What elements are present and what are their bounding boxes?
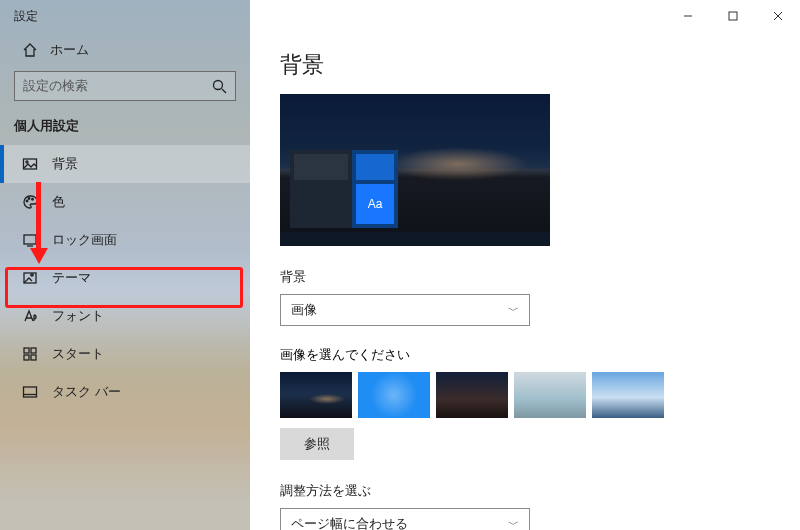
fit-select[interactable]: ページ幅に合わせる ﹀ (280, 508, 530, 530)
sidebar-nav: 背景 色 ロック画面 テーマ フォント (0, 145, 250, 411)
fit-value: ページ幅に合わせる (291, 515, 408, 530)
sidebar-section-title: 個人用設定 (0, 111, 250, 145)
background-type-value: 画像 (291, 301, 317, 319)
sidebar-item-colors[interactable]: 色 (0, 183, 250, 221)
svg-point-3 (26, 200, 28, 202)
background-preview: Aa (280, 94, 550, 246)
choose-image-group: 画像を選んでください 参照 (280, 346, 800, 460)
page-title: 背景 (250, 32, 800, 94)
search-icon (211, 78, 227, 94)
wallpaper-thumb[interactable] (592, 372, 664, 418)
picture-icon (22, 156, 38, 172)
main-panel: 背景 Aa 背景 画像 ﹀ 画像を選んでください 参照 調整方法を選ぶ ページ幅… (250, 0, 800, 530)
sidebar-home-label: ホーム (50, 41, 89, 59)
sidebar-item-start[interactable]: スタート (0, 335, 250, 373)
preview-sample-text: Aa (356, 184, 394, 224)
sidebar-item-label: ロック画面 (52, 231, 117, 249)
svg-rect-12 (24, 387, 37, 397)
start-icon (22, 346, 38, 362)
background-type-select[interactable]: 画像 ﹀ (280, 294, 530, 326)
search-input[interactable]: 設定の検索 (14, 71, 236, 101)
svg-rect-8 (24, 348, 29, 353)
svg-point-2 (26, 161, 28, 163)
wallpaper-thumb[interactable] (436, 372, 508, 418)
sidebar-item-label: フォント (52, 307, 104, 325)
browse-button[interactable]: 参照 (280, 428, 354, 460)
sidebar-item-label: 背景 (52, 155, 78, 173)
wallpaper-thumb[interactable] (280, 372, 352, 418)
minimize-button[interactable] (665, 2, 710, 30)
sidebar-item-themes[interactable]: テーマ (0, 259, 250, 297)
titlebar (250, 0, 800, 32)
close-button[interactable] (755, 2, 800, 30)
search-wrap: 設定の検索 (0, 69, 250, 111)
chevron-down-icon: ﹀ (508, 517, 519, 531)
sidebar-item-lockscreen[interactable]: ロック画面 (0, 221, 250, 259)
home-icon (22, 42, 38, 58)
sidebar-item-taskbar[interactable]: タスク バー (0, 373, 250, 411)
svg-rect-6 (24, 235, 36, 244)
palette-icon (22, 194, 38, 210)
sidebar-item-label: スタート (52, 345, 104, 363)
sidebar-item-label: テーマ (52, 269, 91, 287)
fit-group: 調整方法を選ぶ ページ幅に合わせる ﹀ (280, 482, 800, 530)
sidebar-item-background[interactable]: 背景 (0, 145, 250, 183)
svg-point-5 (32, 198, 34, 200)
svg-point-4 (28, 198, 30, 200)
wallpaper-thumb[interactable] (358, 372, 430, 418)
svg-rect-10 (24, 355, 29, 360)
maximize-button[interactable] (710, 2, 755, 30)
sidebar-home[interactable]: ホーム (0, 33, 250, 69)
theme-icon (22, 270, 38, 286)
window-title: 設定 (0, 0, 250, 33)
background-type-group: 背景 画像 ﹀ (280, 268, 800, 326)
chevron-down-icon: ﹀ (508, 303, 519, 318)
svg-rect-13 (729, 12, 737, 20)
search-placeholder: 設定の検索 (23, 77, 88, 95)
background-type-label: 背景 (280, 268, 800, 286)
sidebar: 設定 ホーム 設定の検索 個人用設定 背景 色 (0, 0, 250, 530)
preview-start-panel: Aa (290, 150, 398, 228)
sidebar-item-label: タスク バー (52, 383, 121, 401)
lockscreen-icon (22, 232, 38, 248)
svg-rect-11 (31, 355, 36, 360)
sidebar-item-label: 色 (52, 193, 65, 211)
sidebar-item-fonts[interactable]: フォント (0, 297, 250, 335)
choose-image-label: 画像を選んでください (280, 346, 800, 364)
svg-rect-9 (31, 348, 36, 353)
font-icon (22, 308, 38, 324)
fit-label: 調整方法を選ぶ (280, 482, 800, 500)
taskbar-icon (22, 384, 38, 400)
preview-taskbar (280, 232, 550, 246)
thumbnail-row (280, 372, 800, 418)
svg-point-0 (214, 81, 223, 90)
wallpaper-thumb[interactable] (514, 372, 586, 418)
